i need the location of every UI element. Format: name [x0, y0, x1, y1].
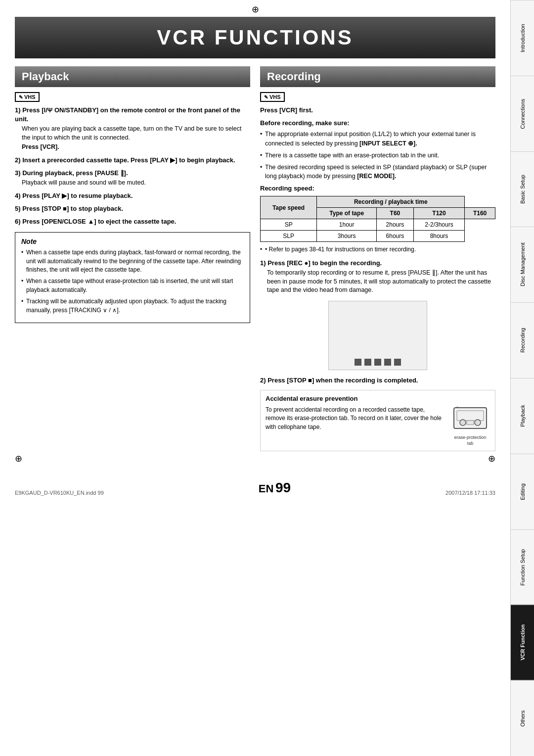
erasure-content: To prevent accidental recording on a rec…	[266, 406, 490, 447]
sidebar-tab-basic-setup[interactable]: Basic Setup	[511, 151, 534, 227]
sidebar-tab-playback[interactable]: Playback	[511, 378, 534, 454]
before-recording: Before recording, make sure: The appropr…	[260, 119, 495, 181]
sidebar-tab-vcr-function[interactable]: VCR Function	[511, 605, 534, 680]
dot-4	[384, 359, 391, 366]
vhs-label: VHS	[24, 94, 36, 100]
sidebar-tab-label: Others	[520, 710, 526, 727]
sidebar-tab-connections[interactable]: Connections	[511, 76, 534, 151]
page-footer: E9KGAUD_D-VR610KU_EN.indd 99 EN 99 2007/…	[15, 476, 495, 496]
recording-section: Recording ✎ VHS Press [VCR] first. Befor…	[260, 66, 495, 451]
sidebar-tab-function-setup[interactable]: Function Setup	[511, 529, 534, 605]
vhs-logo-playback: ✎ VHS	[15, 92, 40, 102]
step1-bold: 1) Press [I/Ψ ON/STANDBY] on the remote …	[15, 106, 250, 124]
rec-step1-bold: 1) Press [REC ●] to begin the recording.	[260, 259, 495, 268]
rec-step2-bold: 2) Press [STOP ■] when the recording is …	[260, 376, 495, 385]
playback-section: Playback ✎ VHS 1) Press [I/Ψ ON/STANDBY]…	[15, 66, 250, 451]
step4-bold: 4) Press [PLAY ▶] to resume playback.	[15, 191, 250, 200]
footer-page-number: EN 99	[259, 480, 291, 496]
recording-speed-section: Recording speed: Tape speed Recording / …	[260, 185, 495, 253]
step2-bold: 2) Insert a prerecorded cassette tape. P…	[15, 156, 250, 165]
svg-point-3	[475, 420, 481, 425]
refer-note: • Refer to pages 38-41 for instructions …	[260, 246, 495, 253]
sidebar-tab-label: Disc Management	[520, 243, 526, 287]
right-sidebar: Introduction Connections Basic Setup Dis…	[510, 0, 534, 756]
rec-speed-label: Recording speed:	[260, 185, 495, 192]
sidebar-tab-introduction[interactable]: Introduction	[511, 0, 534, 76]
footer-filename: E9KGAUD_D-VR610KU_EN.indd 99	[15, 490, 104, 496]
footer-date: 2007/12/18 17:11:33	[445, 490, 495, 496]
bottom-right-mark: ⊕	[488, 453, 495, 464]
sidebar-tab-label: Playback	[520, 405, 526, 427]
top-registration-mark: ⊕	[15, 0, 495, 17]
rec-step1-text: To temporarily stop recording or to resu…	[267, 269, 495, 295]
sidebar-tab-disc-management[interactable]: Disc Management	[511, 227, 534, 302]
note-title: Note	[21, 237, 244, 245]
erasure-box: Accidental erasure prevention To prevent…	[260, 390, 495, 451]
speed-table: Tape speed Recording / playback time Typ…	[260, 196, 495, 242]
note-item-2: When a cassette tape without erase-prote…	[21, 277, 244, 294]
footer-en: EN	[259, 482, 274, 495]
table-cell-slp-t120: 6hours	[377, 231, 414, 242]
table-cell-slp-t160: 8hours	[413, 231, 464, 242]
vhs-checkmark-rec: ✎	[264, 94, 268, 100]
sidebar-tab-others[interactable]: Others	[511, 680, 534, 756]
table-sub-type: Type of tape	[317, 208, 377, 219]
vhs-checkmark: ✎	[19, 94, 23, 100]
dot-2	[364, 359, 371, 366]
page: Introduction Connections Basic Setup Dis…	[0, 0, 534, 756]
playback-step4: 4) Press [PLAY ▶] to resume playback.	[15, 191, 250, 200]
step5-bold: 5) Press [STOP ■] to stop playback.	[15, 204, 250, 213]
note-item-3: Tracking will be automatically adjusted …	[21, 297, 244, 315]
vhs-label-rec: VHS	[269, 94, 281, 100]
recording-section-header: Recording	[260, 66, 495, 87]
sidebar-tab-editing[interactable]: Editing	[511, 454, 534, 529]
table-cell-sp-t120: 2hours	[377, 219, 414, 231]
image-dots	[355, 359, 401, 366]
rec-bullet-3: The desired recording speed is selected …	[260, 163, 495, 181]
erasure-title: Accidental erasure prevention	[266, 394, 490, 403]
rec-mode-text: [REC MODE].	[357, 173, 396, 180]
main-content: ⊕ VCR FUNCTIONS Playback ✎ VHS 1) Press …	[0, 0, 510, 511]
cassette-image-placeholder	[328, 301, 427, 370]
bottom-marks: ⊕ ⊕	[15, 451, 495, 466]
sidebar-tab-recording[interactable]: Recording	[511, 302, 534, 378]
before-rec-label: Before recording, make sure:	[260, 119, 495, 128]
table-sub-t120: T120	[413, 208, 464, 219]
playback-step5: 5) Press [STOP ■] to stop playback.	[15, 204, 250, 213]
cassette-svg	[453, 406, 488, 430]
erasure-tab-label: erase-protection tab	[450, 434, 490, 447]
playback-section-header: Playback	[15, 66, 250, 87]
press-vcr-first: Press [VCR] first.	[260, 106, 495, 115]
table-cell-sp-t160: 2-2/3hours	[413, 219, 464, 231]
playback-step2: 2) Insert a prerecorded cassette tape. P…	[15, 156, 250, 165]
recording-title: Recording	[267, 70, 321, 83]
rec-bullet-2: There is a cassette tape with an erase-p…	[260, 151, 495, 160]
table-row-slp: SLP 3hours 6hours 8hours	[261, 231, 495, 242]
playback-title: Playback	[22, 70, 69, 83]
playback-note-box: Note When a cassette tape ends during pl…	[15, 232, 250, 323]
dot-5	[394, 359, 401, 366]
sidebar-tab-label: Function Setup	[520, 549, 526, 585]
vhs-logo-recording: ✎ VHS	[260, 92, 285, 102]
playback-step3: 3) During playback, press [PAUSE ‖]. Pla…	[15, 169, 250, 188]
dot-3	[374, 359, 381, 366]
svg-point-2	[460, 420, 466, 425]
table-header-tape-speed: Tape speed	[261, 196, 317, 219]
page-title: VCR FUNCTIONS	[15, 17, 495, 58]
input-select-text: [INPUT SELECT ⊕].	[359, 140, 417, 147]
dot-1	[355, 359, 361, 366]
bottom-left-mark: ⊕	[15, 453, 22, 464]
rec-step2: 2) Press [STOP ■] when the recording is …	[260, 376, 495, 385]
table-cell-slp-t60: 3hours	[317, 231, 377, 242]
table-row-sp: SP 1hour 2hours 2-2/3hours	[261, 219, 495, 231]
rec-step1: 1) Press [REC ●] to begin the recording.…	[260, 259, 495, 295]
sidebar-tab-label: Basic Setup	[520, 175, 526, 204]
two-column-layout: Playback ✎ VHS 1) Press [I/Ψ ON/STANDBY]…	[15, 66, 495, 451]
playback-step1: 1) Press [I/Ψ ON/STANDBY] on the remote …	[15, 106, 250, 152]
footer-page: 99	[275, 480, 291, 495]
erasure-text: To prevent accidental recording on a rec…	[266, 406, 445, 431]
table-cell-slp: SLP	[261, 231, 317, 242]
step6-bold: 6) Press [OPEN/CLOSE ▲] to eject the cas…	[15, 217, 250, 226]
sidebar-tab-label: VCR Function	[520, 625, 526, 661]
step1-text: When you are playing back a cassette tap…	[22, 125, 250, 142]
